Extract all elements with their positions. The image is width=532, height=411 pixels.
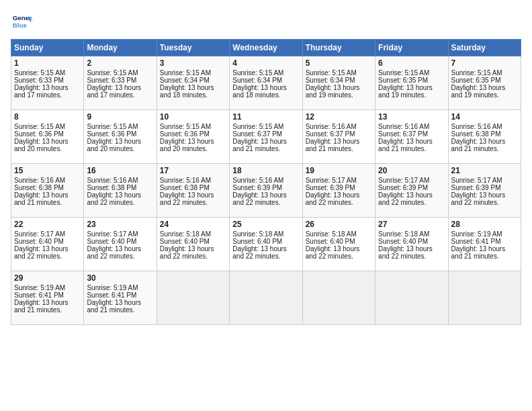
sunset-label: Sunset: 6:37 PM (378, 130, 428, 138)
calendar-cell: 27Sunrise: 5:18 AMSunset: 6:40 PMDayligh… (375, 218, 448, 271)
weekday-header-thursday: Thursday (302, 40, 375, 56)
sunrise-label: Sunrise: 5:19 AM (87, 284, 138, 291)
day-number: 30 (87, 273, 153, 283)
day-number: 27 (378, 220, 445, 229)
sunset-label: Sunset: 6:39 PM (378, 184, 428, 191)
sunset-label: Sunset: 6:34 PM (160, 77, 210, 84)
sunset-label: Sunset: 6:36 PM (160, 130, 210, 138)
sunset-label: Sunset: 6:36 PM (14, 130, 64, 138)
day-number: 7 (451, 58, 518, 68)
day-number: 8 (14, 112, 81, 122)
sunrise-label: Sunrise: 5:18 AM (306, 230, 357, 238)
sunset-label: Sunset: 6:40 PM (14, 238, 64, 245)
daylight-label: Daylight: 13 hours and 22 minutes. (451, 191, 506, 206)
sunrise-label: Sunrise: 5:15 AM (87, 123, 138, 130)
daylight-label: Daylight: 13 hours and 22 minutes. (232, 245, 287, 260)
daylight-label: Daylight: 13 hours and 22 minutes. (87, 191, 141, 206)
day-number: 20 (378, 166, 445, 175)
calendar-cell: 5Sunrise: 5:15 AMSunset: 6:34 PMDaylight… (302, 56, 375, 110)
sunset-label: Sunset: 6:38 PM (451, 130, 501, 138)
sunrise-label: Sunrise: 5:15 AM (14, 123, 65, 130)
calendar-cell: 10Sunrise: 5:15 AMSunset: 6:36 PMDayligh… (157, 110, 229, 164)
daylight-label: Daylight: 13 hours and 22 minutes. (378, 191, 433, 206)
sunset-label: Sunset: 6:33 PM (14, 77, 64, 84)
calendar-cell: 18Sunrise: 5:16 AMSunset: 6:39 PMDayligh… (230, 164, 302, 218)
sunset-label: Sunset: 6:35 PM (451, 77, 501, 84)
header: General Blue (11, 11, 521, 32)
sunrise-label: Sunrise: 5:17 AM (378, 177, 429, 184)
calendar-cell: 2Sunrise: 5:15 AMSunset: 6:33 PMDaylight… (84, 56, 157, 110)
day-number: 26 (306, 220, 372, 229)
calendar-cell: 20Sunrise: 5:17 AMSunset: 6:39 PMDayligh… (375, 164, 448, 218)
daylight-label: Daylight: 13 hours and 17 minutes. (14, 84, 69, 99)
sunset-label: Sunset: 6:40 PM (232, 238, 282, 245)
calendar-cell: 15Sunrise: 5:16 AMSunset: 6:38 PMDayligh… (11, 164, 84, 218)
day-number: 15 (14, 166, 81, 175)
calendar-cell: 12Sunrise: 5:16 AMSunset: 6:37 PMDayligh… (302, 110, 375, 164)
daylight-label: Daylight: 13 hours and 21 minutes. (306, 138, 360, 152)
daylight-label: Daylight: 13 hours and 20 minutes. (87, 138, 141, 152)
logo: General Blue (11, 11, 32, 32)
sunrise-label: Sunrise: 5:17 AM (87, 230, 138, 238)
sunset-label: Sunset: 6:38 PM (14, 184, 64, 191)
calendar-cell: 16Sunrise: 5:16 AMSunset: 6:38 PMDayligh… (84, 164, 157, 218)
calendar-cell (302, 271, 375, 325)
daylight-label: Daylight: 13 hours and 21 minutes. (87, 299, 141, 314)
weekday-header-friday: Friday (375, 40, 448, 56)
day-number: 12 (306, 112, 372, 122)
sunrise-label: Sunrise: 5:19 AM (14, 284, 65, 291)
sunset-label: Sunset: 6:37 PM (232, 130, 282, 138)
day-number: 13 (378, 112, 445, 122)
sunset-label: Sunset: 6:41 PM (87, 291, 136, 299)
calendar-cell (230, 271, 302, 325)
sunset-label: Sunset: 6:37 PM (306, 130, 355, 138)
daylight-label: Daylight: 13 hours and 17 minutes. (87, 84, 141, 99)
calendar-cell: 14Sunrise: 5:16 AMSunset: 6:38 PMDayligh… (448, 110, 521, 164)
sunrise-label: Sunrise: 5:15 AM (306, 69, 357, 77)
daylight-label: Daylight: 13 hours and 18 minutes. (160, 84, 214, 99)
daylight-label: Daylight: 13 hours and 18 minutes. (232, 84, 287, 99)
day-number: 9 (87, 112, 153, 122)
weekday-header-monday: Monday (84, 40, 157, 56)
daylight-label: Daylight: 13 hours and 22 minutes. (160, 245, 214, 260)
calendar-cell (157, 271, 229, 325)
calendar-cell: 28Sunrise: 5:19 AMSunset: 6:41 PMDayligh… (448, 218, 521, 271)
calendar-cell: 1Sunrise: 5:15 AMSunset: 6:33 PMDaylight… (11, 56, 84, 110)
calendar-cell: 6Sunrise: 5:15 AMSunset: 6:35 PMDaylight… (375, 56, 448, 110)
day-number: 1 (14, 58, 81, 68)
calendar-cell (448, 271, 521, 325)
sunset-label: Sunset: 6:38 PM (87, 184, 136, 191)
sunset-label: Sunset: 6:36 PM (87, 130, 136, 138)
sunrise-label: Sunrise: 5:16 AM (14, 177, 65, 184)
day-number: 29 (14, 273, 81, 283)
sunset-label: Sunset: 6:38 PM (160, 184, 210, 191)
calendar-cell: 9Sunrise: 5:15 AMSunset: 6:36 PMDaylight… (84, 110, 157, 164)
daylight-label: Daylight: 13 hours and 22 minutes. (87, 245, 141, 260)
daylight-label: Daylight: 13 hours and 22 minutes. (160, 191, 214, 206)
sunrise-label: Sunrise: 5:15 AM (232, 123, 283, 130)
sunset-label: Sunset: 6:33 PM (87, 77, 136, 84)
sunset-label: Sunset: 6:40 PM (87, 238, 136, 245)
calendar-cell (375, 271, 448, 325)
daylight-label: Daylight: 13 hours and 21 minutes. (451, 245, 506, 260)
daylight-label: Daylight: 13 hours and 21 minutes. (232, 138, 287, 152)
day-number: 18 (232, 166, 299, 175)
sunset-label: Sunset: 6:40 PM (306, 238, 355, 245)
day-number: 4 (232, 58, 299, 68)
sunset-label: Sunset: 6:41 PM (451, 238, 501, 245)
sunrise-label: Sunrise: 5:18 AM (232, 230, 283, 238)
daylight-label: Daylight: 13 hours and 19 minutes. (306, 84, 360, 99)
sunset-label: Sunset: 6:40 PM (160, 238, 210, 245)
daylight-label: Daylight: 13 hours and 22 minutes. (306, 191, 360, 206)
weekday-header-saturday: Saturday (448, 40, 521, 56)
logo-icon: General Blue (11, 11, 32, 32)
day-number: 22 (14, 220, 81, 229)
day-number: 5 (306, 58, 372, 68)
sunset-label: Sunset: 6:34 PM (232, 77, 282, 84)
day-number: 3 (160, 58, 226, 68)
sunrise-label: Sunrise: 5:17 AM (451, 177, 502, 184)
calendar-cell: 22Sunrise: 5:17 AMSunset: 6:40 PMDayligh… (11, 218, 84, 271)
sunset-label: Sunset: 6:39 PM (306, 184, 355, 191)
calendar-cell: 11Sunrise: 5:15 AMSunset: 6:37 PMDayligh… (230, 110, 302, 164)
daylight-label: Daylight: 13 hours and 20 minutes. (14, 138, 69, 152)
